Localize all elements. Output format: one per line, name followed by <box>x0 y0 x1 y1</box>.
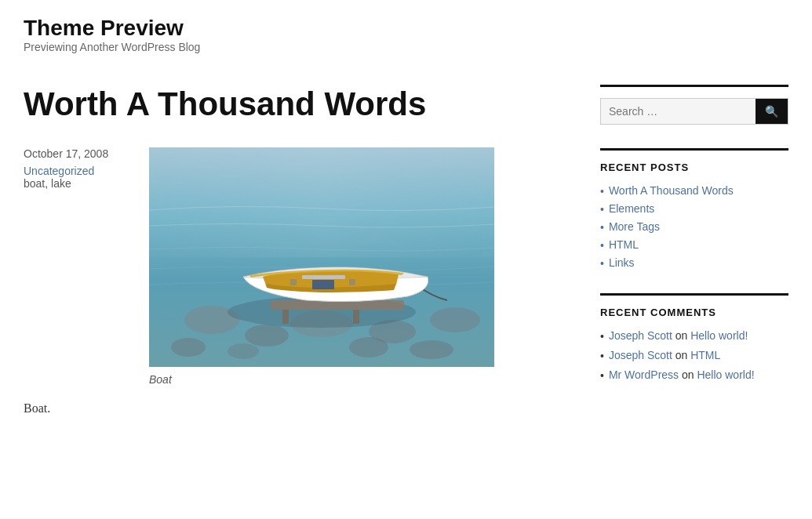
recent-posts-divider <box>600 148 788 151</box>
svg-point-7 <box>349 337 388 357</box>
comment-verb: on <box>675 329 690 342</box>
bullet-icon: • <box>600 203 604 216</box>
list-item: • HTML <box>600 238 788 252</box>
recent-post-link[interactable]: Links <box>609 256 635 269</box>
comment-post-link[interactable]: Hello world! <box>697 368 754 381</box>
sidebar: 🔍 RECENT POSTS • Worth A Thousand Words … <box>600 85 788 416</box>
svg-point-5 <box>430 307 480 332</box>
search-section: 🔍 <box>600 85 788 125</box>
recent-comments-section: RECENT COMMENTS • Joseph Scott on Hello … <box>600 293 788 382</box>
recent-posts-section: RECENT POSTS • Worth A Thousand Words • … <box>600 148 788 270</box>
recent-post-link[interactable]: Elements <box>609 202 654 215</box>
bullet-icon: • <box>600 330 604 343</box>
recent-comments-divider <box>600 293 788 296</box>
svg-point-2 <box>245 325 289 347</box>
site-title: Theme Preview <box>24 16 788 41</box>
list-item: • Elements <box>600 202 788 216</box>
post-body: Boat. <box>24 401 553 416</box>
comment-item: • Joseph Scott on HTML <box>600 349 788 362</box>
post-meta-layout: October 17, 2008 Uncategorized boat, lak… <box>24 147 553 386</box>
bullet-icon: • <box>600 221 604 234</box>
category-link[interactable]: Uncategorized <box>24 165 94 177</box>
main-content: Worth A Thousand Words October 17, 2008 … <box>24 85 553 416</box>
recent-comments-heading: RECENT COMMENTS <box>600 307 788 318</box>
recent-post-link[interactable]: Worth A Thousand Words <box>609 184 734 197</box>
comment-item: • Joseph Scott on Hello world! <box>600 329 788 343</box>
post-image <box>149 147 494 367</box>
comment-post-link[interactable]: Hello world! <box>690 329 748 342</box>
recent-post-link[interactable]: More Tags <box>609 220 660 233</box>
comment-author-link[interactable]: Mr WordPress <box>609 368 679 381</box>
comment-item: • Mr WordPress on Hello world! <box>600 368 788 382</box>
bullet-icon: • <box>600 185 604 198</box>
svg-rect-13 <box>353 310 359 324</box>
post-category: Uncategorized <box>24 165 126 177</box>
svg-rect-14 <box>302 275 345 279</box>
search-divider <box>600 85 788 87</box>
post-tags: boat, lake <box>24 177 126 190</box>
list-item: • Worth A Thousand Words <box>600 184 788 198</box>
svg-rect-18 <box>149 147 494 257</box>
search-input[interactable] <box>601 99 756 124</box>
recent-post-link[interactable]: HTML <box>609 238 639 251</box>
post-meta-left: October 17, 2008 Uncategorized boat, lak… <box>24 147 126 190</box>
list-item: • More Tags <box>600 220 788 234</box>
image-caption: Boat <box>149 373 553 386</box>
svg-rect-17 <box>312 280 334 289</box>
site-header: Theme Preview Previewing Another WordPre… <box>0 0 812 61</box>
svg-rect-15 <box>290 279 297 285</box>
post-title: Worth A Thousand Words <box>24 85 553 124</box>
search-box: 🔍 <box>600 98 788 125</box>
comment-verb: on <box>675 349 690 361</box>
search-button[interactable]: 🔍 <box>756 99 788 124</box>
svg-rect-12 <box>282 310 289 324</box>
svg-point-8 <box>410 340 453 359</box>
svg-rect-16 <box>349 279 355 285</box>
svg-point-6 <box>171 338 206 357</box>
bullet-icon: • <box>600 257 604 270</box>
page-layout: Worth A Thousand Words October 17, 2008 … <box>0 61 812 439</box>
comment-author-link[interactable]: Joseph Scott <box>609 329 672 342</box>
comment-post-link[interactable]: HTML <box>690 349 720 361</box>
bullet-icon: • <box>600 369 604 382</box>
post-image-wrap: Boat <box>149 147 553 386</box>
recent-posts-heading: RECENT POSTS <box>600 162 788 173</box>
svg-point-9 <box>228 343 259 359</box>
comment-verb: on <box>682 368 697 381</box>
post-date: October 17, 2008 <box>24 147 126 160</box>
bullet-icon: • <box>600 350 604 362</box>
comment-author-link[interactable]: Joseph Scott <box>609 349 672 361</box>
site-description: Previewing Another WordPress Blog <box>24 41 788 53</box>
bullet-icon: • <box>600 239 604 252</box>
list-item: • Links <box>600 256 788 270</box>
recent-posts-list: • Worth A Thousand Words • Elements • Mo… <box>600 184 788 270</box>
